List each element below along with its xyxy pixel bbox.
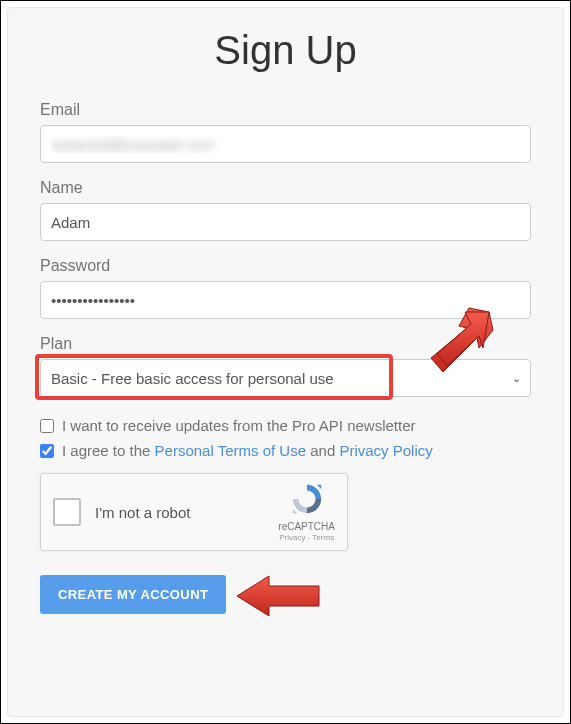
newsletter-label[interactable]: I want to receive updates from the Pro A… <box>62 417 416 434</box>
recaptcha-widget[interactable]: I'm not a robot reCAPTCHA Privacy - Term… <box>40 473 348 551</box>
plan-label: Plan <box>40 335 531 353</box>
page-title: Sign Up <box>40 28 531 73</box>
recaptcha-icon <box>290 482 324 516</box>
name-label: Name <box>40 179 531 197</box>
agree-and: and <box>306 442 339 459</box>
agree-label[interactable]: I agree to the Personal Terms of Use and… <box>62 442 433 459</box>
password-field[interactable] <box>40 281 531 319</box>
svg-marker-0 <box>317 485 321 489</box>
email-label: Email <box>40 101 531 119</box>
newsletter-checkbox[interactable] <box>40 419 54 433</box>
email-field[interactable] <box>40 125 531 163</box>
svg-marker-1 <box>292 509 296 513</box>
recaptcha-checkbox[interactable] <box>53 498 81 526</box>
plan-select[interactable]: Basic - Free basic access for personal u… <box>40 359 531 397</box>
privacy-link[interactable]: Privacy Policy <box>339 442 432 459</box>
create-account-button[interactable]: Create my account <box>40 575 226 614</box>
recaptcha-footer: Privacy - Terms <box>278 533 335 543</box>
password-label: Password <box>40 257 531 275</box>
annotation-arrow-icon <box>233 574 323 624</box>
name-field[interactable] <box>40 203 531 241</box>
terms-link[interactable]: Personal Terms of Use <box>155 442 306 459</box>
recaptcha-brand: reCAPTCHA <box>278 521 335 533</box>
agree-prefix: I agree to the <box>62 442 155 459</box>
recaptcha-label: I'm not a robot <box>95 504 278 521</box>
agree-checkbox[interactable] <box>40 444 54 458</box>
recaptcha-logo: reCAPTCHA Privacy - Terms <box>278 482 335 542</box>
